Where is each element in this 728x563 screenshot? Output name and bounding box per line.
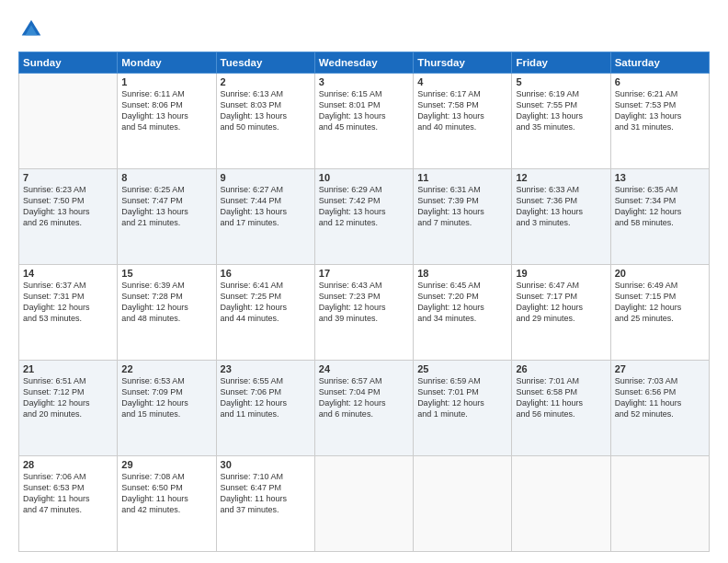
- day-number: 26: [516, 363, 606, 374]
- day-number: 3: [319, 76, 409, 87]
- calendar-cell: [19, 74, 118, 169]
- calendar-week-row: 14Sunrise: 6:37 AM Sunset: 7:31 PM Dayli…: [19, 265, 710, 361]
- day-info: Sunrise: 7:08 AM Sunset: 6:50 PM Dayligh…: [121, 471, 211, 516]
- weekday-header-sunday: Sunday: [19, 52, 118, 74]
- calendar-cell: 7Sunrise: 6:23 AM Sunset: 7:50 PM Daylig…: [19, 169, 118, 265]
- calendar-week-row: 1Sunrise: 6:11 AM Sunset: 8:06 PM Daylig…: [19, 74, 710, 169]
- day-number: 2: [221, 76, 311, 87]
- calendar-week-row: 21Sunrise: 6:51 AM Sunset: 7:12 PM Dayli…: [19, 361, 710, 456]
- day-info: Sunrise: 6:33 AM Sunset: 7:36 PM Dayligh…: [516, 184, 606, 229]
- day-number: 19: [516, 268, 606, 279]
- calendar-cell: 13Sunrise: 6:35 AM Sunset: 7:34 PM Dayli…: [610, 169, 709, 265]
- calendar-cell: 16Sunrise: 6:41 AM Sunset: 7:25 PM Dayli…: [216, 265, 314, 361]
- day-number: 29: [121, 459, 211, 470]
- day-info: Sunrise: 6:17 AM Sunset: 7:58 PM Dayligh…: [417, 88, 507, 133]
- calendar-week-row: 7Sunrise: 6:23 AM Sunset: 7:50 PM Daylig…: [19, 169, 710, 265]
- calendar-cell: 11Sunrise: 6:31 AM Sunset: 7:39 PM Dayli…: [414, 169, 512, 265]
- calendar-cell: [414, 456, 512, 552]
- calendar-cell: 24Sunrise: 6:57 AM Sunset: 7:04 PM Dayli…: [314, 361, 413, 456]
- calendar-cell: 21Sunrise: 6:51 AM Sunset: 7:12 PM Dayli…: [19, 361, 118, 456]
- day-info: Sunrise: 6:53 AM Sunset: 7:09 PM Dayligh…: [121, 375, 211, 420]
- calendar-cell: 20Sunrise: 6:49 AM Sunset: 7:15 PM Dayli…: [610, 265, 709, 361]
- day-number: 23: [221, 363, 311, 374]
- day-info: Sunrise: 6:41 AM Sunset: 7:25 PM Dayligh…: [221, 280, 311, 325]
- day-number: 25: [417, 363, 507, 374]
- weekday-header-row: SundayMondayTuesdayWednesdayThursdayFrid…: [19, 52, 710, 74]
- calendar-table: SundayMondayTuesdayWednesdayThursdayFrid…: [18, 52, 710, 552]
- calendar-cell: 2Sunrise: 6:13 AM Sunset: 8:03 PM Daylig…: [216, 74, 314, 169]
- day-info: Sunrise: 6:25 AM Sunset: 7:47 PM Dayligh…: [121, 184, 211, 229]
- day-number: 30: [221, 459, 311, 470]
- logo: [18, 17, 48, 42]
- day-info: Sunrise: 6:45 AM Sunset: 7:20 PM Dayligh…: [417, 280, 507, 325]
- day-info: Sunrise: 6:29 AM Sunset: 7:42 PM Dayligh…: [319, 184, 409, 229]
- calendar-cell: 9Sunrise: 6:27 AM Sunset: 7:44 PM Daylig…: [216, 169, 314, 265]
- header: [18, 17, 710, 42]
- day-number: 15: [121, 268, 211, 279]
- day-number: 8: [121, 172, 211, 183]
- day-number: 6: [615, 76, 705, 87]
- day-number: 10: [319, 172, 409, 183]
- day-info: Sunrise: 6:43 AM Sunset: 7:23 PM Dayligh…: [319, 280, 409, 325]
- day-number: 16: [221, 268, 311, 279]
- calendar-cell: 5Sunrise: 6:19 AM Sunset: 7:55 PM Daylig…: [512, 74, 610, 169]
- day-info: Sunrise: 6:55 AM Sunset: 7:06 PM Dayligh…: [221, 375, 311, 420]
- calendar-cell: 12Sunrise: 6:33 AM Sunset: 7:36 PM Dayli…: [512, 169, 610, 265]
- day-number: 11: [417, 172, 507, 183]
- day-number: 17: [319, 268, 409, 279]
- day-info: Sunrise: 6:47 AM Sunset: 7:17 PM Dayligh…: [516, 280, 606, 325]
- calendar-cell: 29Sunrise: 7:08 AM Sunset: 6:50 PM Dayli…: [118, 456, 216, 552]
- calendar-cell: 27Sunrise: 7:03 AM Sunset: 6:56 PM Dayli…: [610, 361, 709, 456]
- day-info: Sunrise: 6:35 AM Sunset: 7:34 PM Dayligh…: [615, 184, 705, 229]
- day-info: Sunrise: 6:49 AM Sunset: 7:15 PM Dayligh…: [615, 280, 705, 325]
- day-info: Sunrise: 7:10 AM Sunset: 6:47 PM Dayligh…: [221, 471, 311, 516]
- calendar-cell: 8Sunrise: 6:25 AM Sunset: 7:47 PM Daylig…: [118, 169, 216, 265]
- page: SundayMondayTuesdayWednesdayThursdayFrid…: [0, 0, 728, 563]
- weekday-header-monday: Monday: [118, 52, 216, 74]
- calendar-week-row: 28Sunrise: 7:06 AM Sunset: 6:53 PM Dayli…: [19, 456, 710, 552]
- calendar-cell: 10Sunrise: 6:29 AM Sunset: 7:42 PM Dayli…: [314, 169, 413, 265]
- weekday-header-saturday: Saturday: [610, 52, 709, 74]
- calendar-cell: 3Sunrise: 6:15 AM Sunset: 8:01 PM Daylig…: [314, 74, 413, 169]
- calendar-cell: 30Sunrise: 7:10 AM Sunset: 6:47 PM Dayli…: [216, 456, 314, 552]
- day-number: 27: [615, 363, 705, 374]
- calendar-cell: 26Sunrise: 7:01 AM Sunset: 6:58 PM Dayli…: [512, 361, 610, 456]
- day-info: Sunrise: 6:39 AM Sunset: 7:28 PM Dayligh…: [121, 280, 211, 325]
- day-info: Sunrise: 6:19 AM Sunset: 7:55 PM Dayligh…: [516, 88, 606, 133]
- calendar-cell: 25Sunrise: 6:59 AM Sunset: 7:01 PM Dayli…: [414, 361, 512, 456]
- logo-icon: [18, 17, 44, 42]
- day-info: Sunrise: 6:57 AM Sunset: 7:04 PM Dayligh…: [319, 375, 409, 420]
- day-info: Sunrise: 6:13 AM Sunset: 8:03 PM Dayligh…: [221, 88, 311, 133]
- day-info: Sunrise: 7:01 AM Sunset: 6:58 PM Dayligh…: [516, 375, 606, 420]
- weekday-header-wednesday: Wednesday: [314, 52, 413, 74]
- weekday-header-thursday: Thursday: [414, 52, 512, 74]
- calendar-cell: 22Sunrise: 6:53 AM Sunset: 7:09 PM Dayli…: [118, 361, 216, 456]
- day-number: 4: [417, 76, 507, 87]
- day-info: Sunrise: 6:51 AM Sunset: 7:12 PM Dayligh…: [23, 375, 113, 420]
- day-info: Sunrise: 6:27 AM Sunset: 7:44 PM Dayligh…: [221, 184, 311, 229]
- day-number: 28: [23, 459, 113, 470]
- calendar-cell: [610, 456, 709, 552]
- day-number: 5: [516, 76, 606, 87]
- calendar-cell: [512, 456, 610, 552]
- day-info: Sunrise: 6:59 AM Sunset: 7:01 PM Dayligh…: [417, 375, 507, 420]
- day-number: 7: [23, 172, 113, 183]
- day-number: 12: [516, 172, 606, 183]
- day-number: 21: [23, 363, 113, 374]
- calendar-cell: 15Sunrise: 6:39 AM Sunset: 7:28 PM Dayli…: [118, 265, 216, 361]
- day-info: Sunrise: 6:21 AM Sunset: 7:53 PM Dayligh…: [615, 88, 705, 133]
- day-number: 22: [121, 363, 211, 374]
- day-number: 13: [615, 172, 705, 183]
- calendar-cell: 23Sunrise: 6:55 AM Sunset: 7:06 PM Dayli…: [216, 361, 314, 456]
- day-number: 9: [221, 172, 311, 183]
- day-number: 24: [319, 363, 409, 374]
- calendar-cell: 1Sunrise: 6:11 AM Sunset: 8:06 PM Daylig…: [118, 74, 216, 169]
- day-number: 20: [615, 268, 705, 279]
- day-info: Sunrise: 7:03 AM Sunset: 6:56 PM Dayligh…: [615, 375, 705, 420]
- weekday-header-friday: Friday: [512, 52, 610, 74]
- calendar-cell: 4Sunrise: 6:17 AM Sunset: 7:58 PM Daylig…: [414, 74, 512, 169]
- day-info: Sunrise: 6:31 AM Sunset: 7:39 PM Dayligh…: [417, 184, 507, 229]
- weekday-header-tuesday: Tuesday: [216, 52, 314, 74]
- calendar-cell: 19Sunrise: 6:47 AM Sunset: 7:17 PM Dayli…: [512, 265, 610, 361]
- day-number: 14: [23, 268, 113, 279]
